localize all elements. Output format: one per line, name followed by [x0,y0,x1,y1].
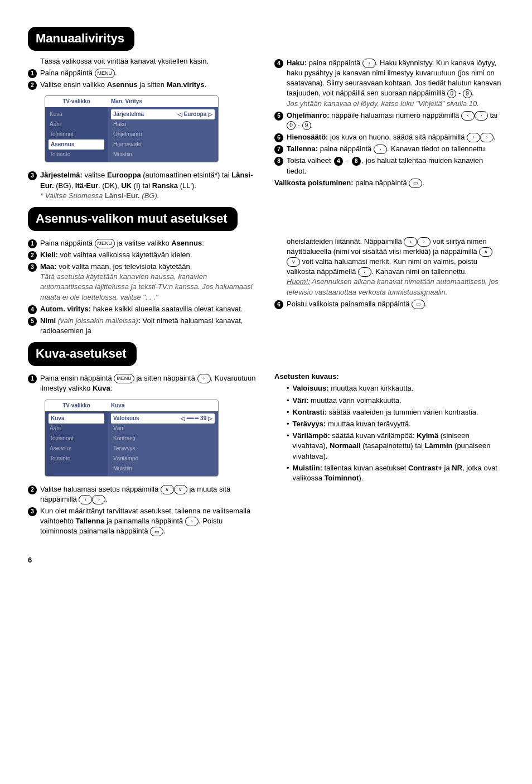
intro-text: Tässä valikossa voit virittää kanavat yk… [40,56,258,66]
list-item: •Värilämpö: säätää kuvan värilämpöä: Kyl… [287,431,504,461]
menu-item: Asennus [49,444,104,454]
tv-key-icon: ▭ [412,300,425,309]
right-key-icon: › [362,59,376,68]
step-number: 2 [28,485,37,494]
menu-item: Ohjelmanro [111,129,215,140]
menu-item: Toiminnot [49,434,104,444]
menu-right-title: Man. Viritys [108,96,218,107]
continuation-text: oheislaitteiden liitännät. Näppäimillä ‹… [287,237,504,297]
list-item: •Väri: muuttaa värin voimakkuutta. [287,396,504,406]
step-number: 1 [28,239,37,248]
step-text: Paina näppäintä MENU ja valitse valikko … [40,238,258,248]
section-heading: Asennus-valikon muut asetukset [28,207,238,231]
step-text: Järjestelmä: valitse Eurooppa (automaatt… [40,170,258,201]
menu-item: Muistiin [111,150,215,160]
step-number: 3 [28,263,37,272]
down-key-icon: ∨ [287,257,300,267]
right-key-icon: › [197,374,211,383]
tv-key-icon: ▭ [409,179,422,188]
step-number: 6 [274,133,283,142]
step-text: Toista vaiheet 4 - 8, jos haluat tallent… [287,156,504,176]
nine-key-icon: 9 [302,121,311,130]
exit-text: Valikosta poistuminen: paina näppäintä ▭… [274,178,504,188]
right-key-icon: › [480,133,494,142]
step-text: Kieli: voit vaihtaa valikoissa käytettäv… [40,250,258,260]
step-text: Valitse ensin valikko Asennus ja sitten … [40,80,258,90]
step-number: 3 [28,507,37,516]
left-key-icon: ‹ [79,495,92,504]
menu-item: Haku [111,119,215,129]
menu-item: Kontrasti [111,434,215,444]
description-title: Asetusten kuvaus: [274,372,504,382]
step-text: Nimi (vain joissakin malleissa): Voit ni… [40,316,258,336]
step-number: 5 [274,112,283,121]
up-key-icon: ∧ [161,485,174,494]
step-number: 7 [274,145,283,154]
menu-item: Ääni [49,119,104,129]
left-key-icon: ‹ [467,133,480,142]
menu-left-title: TV-valikko [45,96,108,107]
right-key-icon: › [92,495,105,504]
menu-item: Värilämpö [111,454,215,464]
step-text: Paina ensin näppäintä MENU ja sitten näp… [40,373,258,393]
step-number: 1 [28,69,37,78]
step-number: 2 [28,251,37,260]
step-number: 5 [28,317,37,326]
step-text: Poistu valikoista painamalla näppäintä ▭… [287,299,504,309]
section-heading: Kuva-asetukset [28,342,137,366]
menu-key-icon: MENU [95,69,115,78]
list-item: •Terävyys: muuttaa kuvan terävyyttä. [287,419,504,429]
step-text: Ohjelmanro: näppäile haluamasi numero nä… [287,110,504,131]
step-number: 6 [274,300,283,309]
tv-menu-graphic: TV-valikko Kuva Ääni Toiminnot Asennus T… [45,95,219,162]
page-number: 6 [28,555,504,565]
step-number: 8 [274,157,283,166]
step-number: 3 [28,171,37,180]
menu-item: Toiminto [49,454,104,464]
step-text: Tallenna: paina näppäintä ›. Kanavan tie… [287,144,504,154]
menu-item: Ääni [49,424,104,434]
step-text: Autom. viritys: hakee kaikki alueella sa… [40,304,258,314]
step-text: Maa: voit valita maan, jos televisiota k… [40,262,258,302]
zero-key-icon: 0 [447,89,456,98]
nine-key-icon: 9 [463,89,472,98]
menu-item-selected: Asennus [49,140,104,150]
right-key-icon: › [185,517,199,526]
menu-item: Muistiin [111,464,215,474]
step-number: 4 [28,305,37,314]
menu-key-icon: MENU [114,374,134,383]
right-key-icon: › [475,111,488,121]
step-text: Paina näppäintä MENU. [40,68,258,78]
up-key-icon: ∧ [479,247,492,257]
menu-item-selected: Kuva [49,413,104,424]
menu-left-title: TV-valikko [45,400,108,411]
menu-item: Kuva [49,109,104,119]
step-text: Haku: paina näppäintä ›. Haku käynnistyy… [287,58,504,109]
tv-menu-graphic: TV-valikko Kuva Ääni Toiminnot Asennus T… [45,400,219,477]
down-key-icon: ∨ [174,485,187,494]
step-text: Hienosäätö: jos kuva on huono, säädä sit… [287,132,504,142]
step-text: Valitse haluamasi asetus näppäimillä ∧∨ … [40,484,258,504]
step-number: 1 [28,374,37,383]
list-item: •Muistiin: tallentaa kuvan asetukset Con… [287,463,504,483]
left-key-icon: ‹ [461,111,475,121]
step-number: 4 [274,59,283,68]
menu-item: Toiminnot [49,129,104,140]
tv-key-icon: ▭ [150,527,163,536]
step-text: Kun olet määrittänyt tarvittavat asetuks… [40,506,258,537]
left-key-icon: ‹ [404,237,417,247]
menu-item-selected: Valoisuus ◁ ━━◦━ 39 ▷ [111,413,215,424]
list-item: •Kontrasti: säätää vaaleiden ja tummien … [287,407,504,417]
menu-key-icon: MENU [95,239,115,248]
right-key-icon: › [374,145,387,154]
menu-item: Toiminto [49,150,104,160]
step-number: 2 [28,81,37,90]
zero-key-icon: 0 [287,121,296,130]
section-heading: Manuaaliviritys [28,27,134,51]
left-key-icon: ‹ [358,267,371,277]
right-key-icon: › [417,237,431,247]
menu-item: Väri [111,424,215,434]
list-item: •Valoisuus: muuttaa kuvan kirkkautta. [287,383,504,393]
menu-item: Terävyys [111,444,215,454]
menu-item: Hienosäätö [111,140,215,150]
